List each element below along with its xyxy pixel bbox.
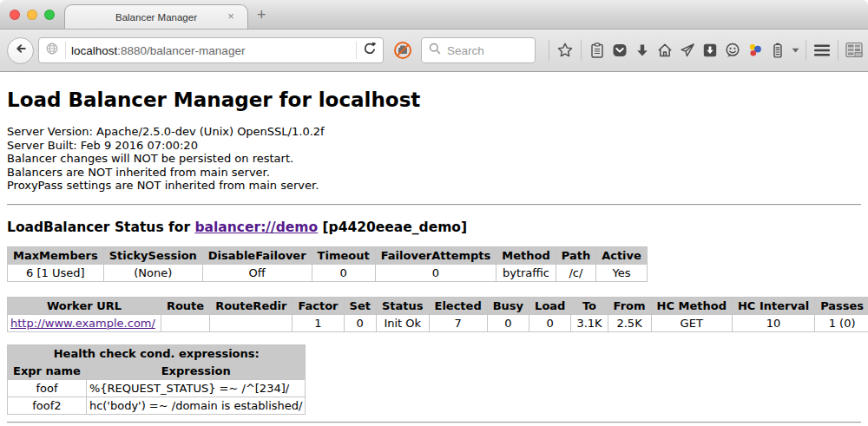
balancer-demo-link[interactable]: balancer://demo (194, 220, 318, 235)
table-cell: 1 (293, 314, 344, 331)
reading-list-icon[interactable] (586, 38, 608, 62)
browser-chrome: Balancer Manager × + localhost:8880/bala… (0, 0, 868, 72)
table-cell: foof2 (8, 397, 87, 414)
table-cell (210, 314, 293, 331)
new-tab-button[interactable]: + (257, 7, 266, 23)
table-row: foof %{REQUEST_STATUS} =~ /^[234]/ (8, 379, 306, 397)
worker-status-table: Worker URL Route RouteRedir Factor Set S… (7, 297, 868, 332)
navigation-toolbar: localhost:8880/balancer-manager Search (0, 29, 868, 72)
column-header: Route (161, 297, 209, 314)
tab-close-icon[interactable]: × (225, 10, 237, 23)
balancer-section-heading: LoadBalancer Status for balancer://demo … (7, 220, 861, 235)
url-bar[interactable]: localhost:8880/balancer-manager (38, 37, 384, 63)
share-dots-icon[interactable] (744, 38, 766, 62)
window-controls (10, 10, 55, 20)
column-header: Status (376, 297, 429, 314)
urlbar-divider (65, 42, 66, 59)
close-window-button[interactable] (10, 10, 20, 20)
table-cell: /c/ (556, 264, 595, 281)
tab-bar: Balancer Manager × + (0, 0, 868, 29)
health-table-title: Health check cond. expressions: (8, 344, 306, 362)
column-header: DisableFailover (202, 246, 312, 264)
table-cell (161, 314, 209, 331)
page-title: Load Balancer Manager for localhost (7, 88, 861, 111)
health-check-table: Health check cond. expressions: Expr nam… (7, 344, 306, 415)
toolbar-divider (581, 40, 582, 61)
table-cell: 0 (312, 264, 375, 281)
table-row: foof2 hc('body') =~ /domain is establish… (8, 397, 306, 414)
reload-icon[interactable] (362, 41, 378, 60)
column-header: RouteRedir (210, 297, 293, 314)
table-cell: Init Ok (376, 314, 429, 331)
column-header: To (571, 297, 608, 314)
toolbar-divider (806, 40, 806, 61)
column-header: StickySession (103, 246, 202, 264)
feedback-smiley-icon[interactable] (721, 38, 744, 62)
table-cell: http://www.example.com/ (8, 314, 161, 331)
server-version-line: Server Version: Apache/2.5.0-dev (Unix) … (7, 125, 861, 139)
column-header: Factor (293, 297, 344, 314)
page-content: Load Balancer Manager for localhost Serv… (0, 88, 868, 423)
server-built-line: Server Built: Feb 9 2016 07:00:20 (7, 139, 861, 153)
column-header: From (608, 297, 651, 314)
table-cell: (None) (103, 264, 202, 281)
search-input[interactable]: Search (447, 44, 484, 57)
table-cell: %{REQUEST_STATUS} =~ /^[234]/ (86, 379, 306, 397)
overflow-caret-icon[interactable] (789, 38, 801, 62)
tab-balancer-manager[interactable]: Balancer Manager × (64, 4, 248, 29)
table-header-row: MaxMembers StickySession DisableFailover… (8, 246, 648, 264)
balancer-status-table: MaxMembers StickySession DisableFailover… (7, 246, 648, 282)
bookmark-star-icon[interactable] (554, 38, 576, 62)
worker-url-link[interactable]: http://www.example.com/ (10, 317, 155, 330)
column-header: HC Interval (732, 297, 814, 314)
column-header: Expression (86, 362, 306, 379)
heading-suffix: [p4420eeae_demo] (323, 220, 468, 235)
globe-icon (44, 41, 60, 60)
url-input[interactable]: localhost:8880/balancer-manager (71, 44, 351, 57)
pocket-icon[interactable] (608, 38, 631, 62)
column-header: Load (529, 297, 571, 314)
downloads-icon[interactable] (631, 38, 654, 62)
back-button[interactable] (7, 37, 34, 64)
search-bar[interactable]: Search (421, 37, 536, 63)
table-cell: Yes (596, 264, 648, 281)
send-tab-icon[interactable] (676, 38, 699, 62)
table-cell: bytraffic (496, 264, 556, 281)
tab-title: Balancer Manager (115, 12, 197, 23)
column-header: Passes (815, 297, 868, 314)
column-header: Timeout (312, 246, 375, 264)
table-cell: 2.5K (608, 314, 651, 331)
battery-status-icon[interactable] (766, 38, 789, 62)
column-header: MaxMembers (8, 246, 104, 264)
column-header: Method (496, 246, 556, 264)
section-separator (7, 204, 861, 206)
heading-prefix: LoadBalancer Status for (7, 220, 190, 235)
table-cell: GET (651, 314, 732, 331)
column-header: Active (596, 246, 648, 264)
zoom-window-button[interactable] (44, 10, 55, 20)
tab-groups-icon[interactable] (843, 38, 865, 62)
table-cell: 6 [1 Used] (8, 264, 104, 281)
menu-hamburger-icon[interactable] (811, 38, 833, 62)
table-cell: 10 (732, 314, 814, 331)
url-domain: localhost (71, 44, 117, 57)
table-cell: hc('body') =~ /domain is established/ (86, 397, 306, 414)
table-cell: 1 (0) (815, 314, 868, 331)
save-to-device-icon[interactable] (699, 38, 721, 62)
plugin-blocked-icon[interactable] (392, 40, 413, 61)
table-cell: 0 (487, 314, 529, 331)
url-path: :8880/balancer-manager (117, 44, 245, 57)
column-header: Expr name (8, 362, 87, 379)
home-icon[interactable] (654, 38, 676, 62)
table-cell: Off (202, 264, 312, 281)
table-title-row: Health check cond. expressions: (8, 344, 306, 362)
toolbar-divider (549, 40, 549, 61)
column-header: HC Method (651, 297, 732, 314)
minimize-window-button[interactable] (27, 10, 37, 20)
column-header: Elected (429, 297, 487, 314)
column-header: Busy (487, 297, 529, 314)
toolbar-divider (838, 40, 838, 61)
table-cell: 7 (429, 314, 487, 331)
table-cell: foof (8, 379, 87, 397)
table-header-row: Worker URL Route RouteRedir Factor Set S… (8, 297, 868, 314)
